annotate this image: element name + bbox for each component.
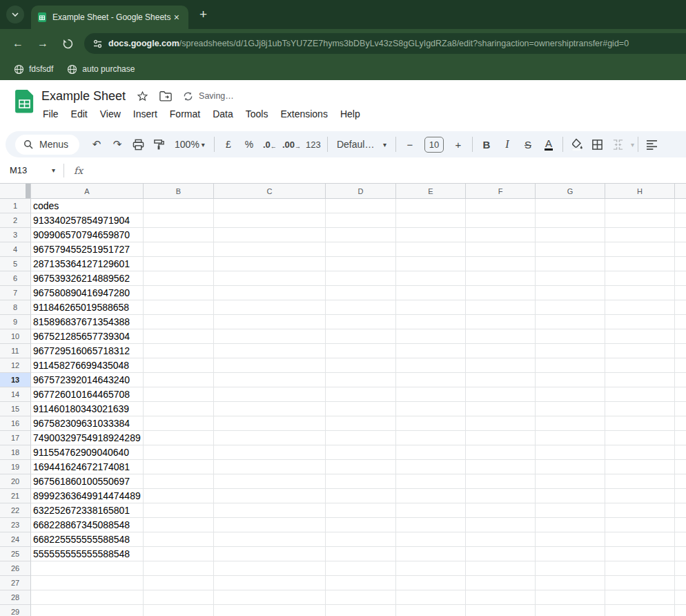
column-header-g[interactable]: G [536,184,605,199]
cell-B20[interactable] [144,474,214,489]
cell-G13[interactable] [536,373,605,387]
menu-edit[interactable]: Edit [65,106,94,122]
column-header-a[interactable]: A [31,184,144,199]
cell-H26[interactable] [605,561,675,576]
cell-F27[interactable] [466,576,536,590]
cell-D28[interactable] [326,590,396,605]
cell-C1[interactable] [214,199,326,213]
column-header-h[interactable]: H [605,184,675,199]
cell-partial-4[interactable] [675,242,686,257]
row-header-1[interactable]: 1 [0,199,31,213]
cell-C10[interactable] [214,329,326,344]
cell-E27[interactable] [396,576,466,590]
row-header-2[interactable]: 2 [0,213,31,228]
cell-G5[interactable] [536,257,605,271]
row-header-24[interactable]: 24 [0,532,31,547]
cell-A16[interactable]: 967582309631033384 [31,416,144,431]
cell-D26[interactable] [326,561,396,576]
cell-E15[interactable] [396,402,466,416]
cell-H27[interactable] [605,576,675,590]
cell-E21[interactable] [396,489,466,503]
cell-B13[interactable] [144,373,214,387]
cell-A7[interactable]: 967580890416947280 [31,286,144,300]
cell-B2[interactable] [144,213,214,228]
cell-partial-27[interactable] [675,576,686,590]
font-family-control[interactable]: Defaul… ▾ [331,139,392,150]
menu-data[interactable]: Data [206,106,239,122]
cell-F16[interactable] [466,416,536,431]
row-header-27[interactable]: 27 [0,576,31,590]
cell-F14[interactable] [466,387,536,402]
decrease-decimal-button[interactable]: .0← [259,134,280,155]
cell-E25[interactable] [396,547,466,561]
row-header-10[interactable]: 10 [0,329,31,344]
cell-G12[interactable] [536,358,605,373]
cell-B6[interactable] [144,271,214,286]
cell-A11[interactable]: 967729516065718312 [31,344,144,358]
cell-G8[interactable] [536,300,605,315]
row-header-3[interactable]: 3 [0,228,31,242]
cell-A6[interactable]: 967539326214889562 [31,271,144,286]
decrease-font-size-button[interactable]: − [400,134,420,155]
percent-format-button[interactable]: % [239,134,259,155]
cell-G15[interactable] [536,402,605,416]
cell-F6[interactable] [466,271,536,286]
cell-C9[interactable] [214,315,326,329]
cell-E17[interactable] [396,431,466,445]
cell-partial-29[interactable] [675,605,686,616]
cell-F1[interactable] [466,199,536,213]
column-header-d[interactable]: D [326,184,396,199]
cell-A4[interactable]: 967579455251951727 [31,242,144,257]
cell-G1[interactable] [536,199,605,213]
cell-A14[interactable]: 967726010164465708 [31,387,144,402]
cell-C18[interactable] [214,445,326,460]
cell-C7[interactable] [214,286,326,300]
cell-H8[interactable] [605,300,675,315]
cell-A18[interactable]: 911554762909040640 [31,445,144,460]
cell-B17[interactable] [144,431,214,445]
cell-A24[interactable]: 668225555555588548 [31,532,144,547]
row-header-16[interactable]: 16 [0,416,31,431]
cell-F20[interactable] [466,474,536,489]
new-tab-icon[interactable]: + [199,8,207,21]
cell-D10[interactable] [326,329,396,344]
cell-D27[interactable] [326,576,396,590]
cell-H20[interactable] [605,474,675,489]
cell-partial-9[interactable] [675,315,686,329]
cell-D11[interactable] [326,344,396,358]
address-bar[interactable]: docs.google.com/spreadsheets/d/1GJj8j1ub… [84,33,686,54]
cell-E7[interactable] [396,286,466,300]
cell-D18[interactable] [326,445,396,460]
cell-D21[interactable] [326,489,396,503]
cell-G2[interactable] [536,213,605,228]
cell-C12[interactable] [214,358,326,373]
cell-H1[interactable] [605,199,675,213]
cell-D8[interactable] [326,300,396,315]
cell-B25[interactable] [144,547,214,561]
cell-E24[interactable] [396,532,466,547]
cell-A17[interactable]: 74900329754918924289 [31,431,144,445]
cell-G25[interactable] [536,547,605,561]
column-header-b[interactable]: B [144,184,214,199]
cell-E29[interactable] [396,605,466,616]
cell-F3[interactable] [466,228,536,242]
column-header-f[interactable]: F [466,184,536,199]
cell-F12[interactable] [466,358,536,373]
cell-B22[interactable] [144,503,214,518]
cell-F10[interactable] [466,329,536,344]
cell-partial-18[interactable] [675,445,686,460]
column-header-e[interactable]: E [396,184,466,199]
cell-F11[interactable] [466,344,536,358]
cell-H7[interactable] [605,286,675,300]
cell-H17[interactable] [605,431,675,445]
cell-B24[interactable] [144,532,214,547]
row-header-19[interactable]: 19 [0,460,31,474]
menu-file[interactable]: File [41,106,65,122]
cell-G18[interactable] [536,445,605,460]
cell-F26[interactable] [466,561,536,576]
zoom-control[interactable]: 100% ▾ [169,139,210,150]
search-menus-button[interactable]: Menus [15,135,79,155]
cell-B1[interactable] [144,199,214,213]
cell-C26[interactable] [214,561,326,576]
row-header-22[interactable]: 22 [0,503,31,518]
